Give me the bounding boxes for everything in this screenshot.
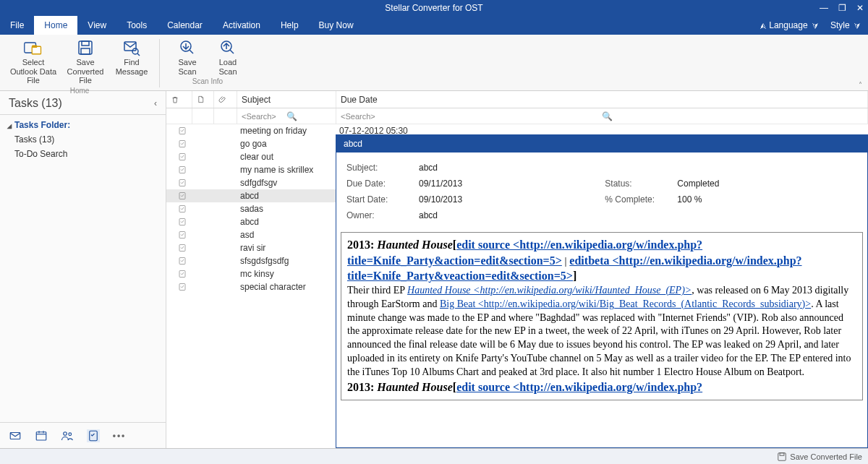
- label-owner: Owner:: [346, 207, 419, 223]
- language-dropdown[interactable]: ⮙ Language ⮛: [758, 20, 819, 30]
- task-subject: meeting on friday: [237, 126, 336, 136]
- value-owner: abcd: [419, 207, 605, 223]
- tab-file[interactable]: File: [0, 16, 34, 35]
- tab-home[interactable]: Home: [34, 16, 77, 35]
- task-subject: special character: [237, 282, 336, 292]
- value-due-date: 09/11/2013: [419, 176, 605, 192]
- task-subject: sadas: [237, 204, 336, 214]
- svg-rect-6: [124, 42, 136, 51]
- value-status: Completed: [677, 176, 857, 192]
- svg-point-18: [64, 431, 67, 435]
- ribbon-button-label: Find Message: [113, 58, 150, 76]
- label-percent-complete: % Complete:: [605, 192, 677, 207]
- ribbon-collapse-button[interactable]: ˄: [859, 81, 862, 89]
- task-subject: my name is skrillex: [237, 165, 336, 175]
- task-item-icon: [178, 270, 187, 278]
- task-subject: ravi sir: [237, 243, 336, 253]
- title-bar: Stellar Converter for OST — ❐ ✕: [0, 0, 868, 16]
- task-item-icon: [178, 283, 187, 291]
- col-due-date[interactable]: Due Date: [336, 91, 868, 108]
- search-icon: 🔍: [286, 111, 331, 121]
- tab-tools[interactable]: Tools: [116, 16, 157, 35]
- label-status: Status:: [605, 176, 677, 192]
- ribbon-button-label: Save Converted File: [61, 58, 110, 85]
- task-subject: sdfgdfsgv: [237, 178, 336, 188]
- task-subject: sfsgdsfgsdfg: [237, 256, 336, 266]
- people-icon[interactable]: [61, 429, 74, 442]
- file-folder-icon: [23, 39, 43, 56]
- tree-item-tasks[interactable]: Tasks (13): [0, 132, 166, 147]
- value-subject: abcd: [419, 160, 605, 176]
- col-doc[interactable]: [192, 91, 214, 108]
- tasks-icon[interactable]: [87, 429, 100, 442]
- task-subject: abcd: [237, 191, 336, 201]
- ribbon-divider: [159, 39, 160, 87]
- calendar-icon[interactable]: [35, 429, 48, 442]
- tab-view[interactable]: View: [77, 16, 116, 35]
- mail-icon[interactable]: [9, 429, 22, 442]
- scan-load-icon: [218, 39, 238, 56]
- tree-item-todo-search[interactable]: To-Do Search: [0, 147, 166, 161]
- tree-root-tasks-folder[interactable]: Tasks Folder:: [0, 118, 166, 132]
- col-attachment[interactable]: [214, 91, 237, 108]
- search-icon: 🔍: [602, 111, 863, 121]
- preview-properties: Subject: abcd Due Date: 09/11/2013 Statu…: [336, 152, 867, 228]
- task-item-icon: [178, 152, 187, 161]
- search-subject-input[interactable]: <Search>🔍: [237, 108, 336, 124]
- svg-rect-13: [10, 432, 20, 439]
- col-delete[interactable]: [166, 91, 192, 108]
- restore-button[interactable]: ❐: [838, 3, 846, 13]
- label-start-date: Start Date:: [346, 192, 419, 207]
- trash-icon: [171, 95, 179, 104]
- save-icon: [777, 452, 787, 462]
- body-link-big-beat[interactable]: Big Beat <http://en.wikipedia.org/wiki/B…: [440, 298, 811, 309]
- ribbon-group-label: Scan Info: [192, 77, 223, 85]
- svg-rect-34: [778, 452, 786, 460]
- style-dropdown[interactable]: Style ⮛: [830, 20, 861, 30]
- tab-buynow[interactable]: Buy Now: [309, 16, 364, 35]
- body-link-haunted-house[interactable]: Haunted House <http://en.wikipedia.org/w…: [407, 285, 692, 296]
- ribbon: Select Outlook Data File Save Converted …: [0, 35, 868, 91]
- preview-title: abcd: [336, 135, 867, 152]
- find-message-button[interactable]: Find Message: [111, 36, 152, 85]
- svg-point-19: [69, 432, 72, 435]
- task-subject: abcd: [237, 217, 336, 227]
- status-bar: Save Converted File: [0, 448, 868, 464]
- col-subject[interactable]: Subject: [237, 91, 336, 108]
- svg-rect-14: [36, 431, 46, 439]
- status-save-converted[interactable]: Save Converted File: [790, 452, 862, 461]
- task-item-icon: [178, 126, 187, 135]
- tab-activation[interactable]: Activation: [213, 16, 271, 35]
- minimize-button[interactable]: —: [820, 3, 828, 13]
- svg-rect-2: [32, 46, 37, 48]
- tab-calendar[interactable]: Calendar: [157, 16, 213, 35]
- svg-line-8: [137, 53, 140, 56]
- task-item-icon: [178, 166, 187, 174]
- document-icon: [197, 95, 205, 104]
- task-item-icon: [178, 192, 187, 200]
- save-icon: [75, 39, 95, 56]
- value-percent-complete: 100 %: [677, 192, 857, 207]
- menu-bar: File Home View Tools Calendar Activation…: [0, 16, 868, 35]
- body-link-edit-source-2[interactable]: edit source <http://en.wikipedia.org/w/i…: [456, 382, 702, 393]
- save-scan-button[interactable]: Save Scan: [167, 36, 208, 76]
- svg-line-12: [230, 50, 234, 53]
- task-item-icon: [178, 179, 187, 187]
- load-scan-button[interactable]: Load Scan: [208, 36, 248, 76]
- sidebar-collapse-button[interactable]: ‹: [154, 98, 157, 108]
- task-item-icon: [178, 218, 187, 226]
- value-start-date: 09/10/2013: [419, 192, 605, 207]
- search-due-input[interactable]: <Search>🔍: [336, 108, 868, 124]
- svg-point-7: [132, 48, 138, 54]
- task-item-icon: [178, 257, 187, 265]
- search-row: <Search>🔍 <Search>🔍: [166, 108, 868, 124]
- close-button[interactable]: ✕: [856, 3, 864, 13]
- svg-rect-20: [90, 431, 98, 441]
- tab-help[interactable]: Help: [271, 16, 309, 35]
- task-subject: clear out: [237, 152, 336, 162]
- save-converted-file-button[interactable]: Save Converted File: [59, 36, 111, 85]
- task-subject: mc kinsy: [237, 269, 336, 279]
- main-panel: Subject Due Date <Search>🔍 <Search>🔍 mee…: [166, 91, 868, 448]
- more-icon[interactable]: •••: [113, 429, 126, 442]
- select-outlook-data-file-button[interactable]: Select Outlook Data File: [7, 36, 59, 85]
